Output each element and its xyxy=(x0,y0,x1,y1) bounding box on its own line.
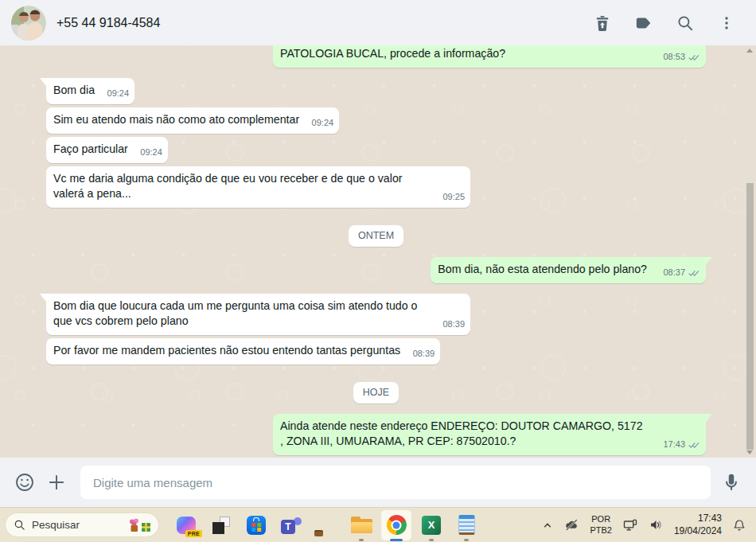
message-bubble-in[interactable]: Bom dia que loucura cada um me pergunta … xyxy=(46,294,470,335)
clock-date: 19/04/2024 xyxy=(674,525,722,538)
scrollbar-up-arrow[interactable] xyxy=(746,49,753,53)
double-check-icon xyxy=(688,441,700,449)
message-time: 09:25 xyxy=(442,189,465,205)
date-divider: HOJE xyxy=(353,382,399,404)
message-meta: 08:37 xyxy=(663,265,700,280)
message-input[interactable] xyxy=(80,466,711,499)
message-bubble-in[interactable]: Faço particular 09:24 xyxy=(46,137,168,163)
message-bubble-in[interactable]: Bom dia 09:24 xyxy=(46,78,134,104)
message-time: 08:39 xyxy=(413,346,435,361)
label-icon[interactable] xyxy=(635,14,653,32)
search-label: Pesquisar xyxy=(32,519,128,531)
squares-icon xyxy=(212,516,231,535)
scrollbar-thumb[interactable] xyxy=(746,183,754,450)
notepad-icon xyxy=(458,515,475,535)
composer-bar xyxy=(0,458,756,507)
message-time: 09:24 xyxy=(312,115,334,131)
header-actions xyxy=(594,14,735,32)
taskbar-excel-icon[interactable]: X xyxy=(415,509,447,542)
teams-icon: T xyxy=(281,516,302,535)
message-text: PATOLOGIA BUCAL, procede a informação? xyxy=(280,47,505,60)
taskbar-store-icon[interactable] xyxy=(240,509,272,542)
taskbar-notepad-icon[interactable] xyxy=(450,509,482,542)
message-time: 17:43 xyxy=(663,437,685,452)
delete-chat-icon[interactable] xyxy=(594,14,611,32)
message-bubble-out[interactable]: PATOLOGIA BUCAL, procede a informação? 0… xyxy=(273,45,706,68)
avatar-photo xyxy=(11,6,46,41)
contact-name[interactable]: +55 44 9184-4584 xyxy=(57,16,160,30)
microphone-icon[interactable] xyxy=(720,471,742,493)
message-time: 08:39 xyxy=(442,317,465,332)
attach-plus-icon[interactable] xyxy=(45,471,68,493)
message-text: Por favor me mandem pacientes não estou … xyxy=(53,344,400,357)
tray-chevron-up-icon[interactable] xyxy=(541,519,554,532)
message-bubble-in[interactable]: Sim eu atendo mais não como ato compleme… xyxy=(46,107,339,134)
windows-taskbar: Pesquisar PRE xyxy=(0,507,756,542)
running-indicator xyxy=(429,539,434,541)
network-icon[interactable] xyxy=(622,517,638,533)
message-meta: 17:43 xyxy=(663,437,700,452)
message-time: 09:24 xyxy=(140,145,162,160)
message-time: 09:24 xyxy=(107,86,130,101)
chrome-icon xyxy=(387,515,407,535)
taskbar-teams-icon[interactable]: T xyxy=(275,509,307,542)
language-indicator[interactable]: POR PTB2 xyxy=(590,514,612,536)
taskbar-dark-app-icon[interactable] xyxy=(205,509,237,542)
scrollbar-down-arrow[interactable] xyxy=(746,450,753,454)
chat-header: +55 44 9184-4584 xyxy=(0,0,756,45)
date-divider: ONTEM xyxy=(349,225,403,247)
running-indicator xyxy=(464,539,469,541)
volume-icon[interactable] xyxy=(649,517,664,532)
taskbar-chrome-icon[interactable] xyxy=(380,509,412,542)
whatsapp-window: +55 44 9184-4584 xyxy=(0,0,756,542)
work-briefcase-badge xyxy=(314,530,323,536)
notification-bell-icon[interactable] xyxy=(732,518,746,532)
message-bubble-out[interactable]: Bom dia, não esta atendendo pelo plano? … xyxy=(431,257,706,283)
taskbar-file-explorer-icon[interactable] xyxy=(345,509,377,542)
active-indicator xyxy=(390,539,403,541)
search-icon xyxy=(14,519,25,531)
message-text: Ainda atende neste endereço ENDEREÇO: DO… xyxy=(280,419,643,447)
double-check-icon xyxy=(688,269,700,277)
taskbar-copilot-icon[interactable]: PRE xyxy=(170,509,202,542)
message-text: Bom dia que loucura cada um me pergunta … xyxy=(53,299,417,327)
folder-icon xyxy=(351,517,372,533)
message-meta: 08:53 xyxy=(663,49,700,64)
message-bubble-in[interactable]: Vc me daria alguma condição de que eu vo… xyxy=(46,166,470,208)
clock-time: 17:43 xyxy=(674,513,722,525)
message-text: Sim eu atendo mais não como ato compleme… xyxy=(53,113,299,126)
search-highlights-decoration xyxy=(128,518,152,532)
message-text: Vc me daria alguma condição de que eu vo… xyxy=(53,172,403,200)
taskbar-edge-icon[interactable] xyxy=(310,509,342,542)
message-text: Bom dia, não esta atendendo pelo plano? xyxy=(438,263,647,275)
message-time: 08:37 xyxy=(663,265,685,280)
message-bubble-in[interactable]: Por favor me mandem pacientes não estou … xyxy=(46,338,440,365)
excel-icon: X xyxy=(422,516,441,535)
system-tray: POR PTB2 17:43 19/04/ xyxy=(541,513,746,537)
emoji-icon[interactable] xyxy=(14,471,36,493)
double-check-icon xyxy=(688,53,700,61)
copilot-pre-badge: PRE xyxy=(185,530,202,537)
taskbar-apps: PRE T xyxy=(170,509,482,542)
search-icon[interactable] xyxy=(676,14,694,32)
message-text: Bom dia xyxy=(53,84,95,96)
taskbar-clock[interactable]: 17:43 19/04/2024 xyxy=(674,513,722,537)
onedrive-paused-icon[interactable] xyxy=(564,517,579,532)
message-bubble-out[interactable]: Ainda atende neste endereço ENDEREÇO: DO… xyxy=(273,414,706,455)
contact-avatar[interactable] xyxy=(11,6,46,41)
menu-kebab-icon[interactable] xyxy=(718,14,735,32)
edge-icon xyxy=(316,515,337,536)
message-list: PATOLOGIA BUCAL, procede a informação? 0… xyxy=(0,45,756,458)
message-time: 08:53 xyxy=(663,49,685,64)
copilot-icon: PRE xyxy=(177,517,196,534)
taskbar-search[interactable]: Pesquisar xyxy=(5,513,159,537)
message-text: Faço particular xyxy=(53,142,128,155)
microsoft-store-icon xyxy=(247,516,266,535)
running-indicator xyxy=(359,539,364,541)
